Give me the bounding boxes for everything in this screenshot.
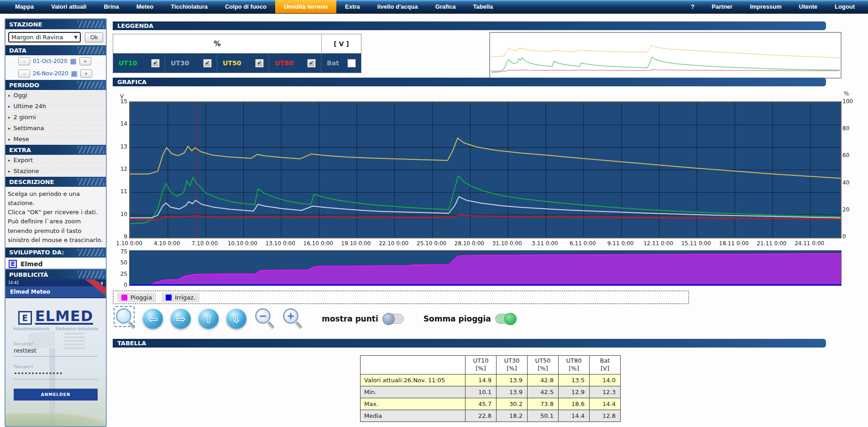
table-row: Min.10.113.942.512.912.3 <box>361 386 621 398</box>
station-select[interactable]: Margon di Ravina ▼ <box>8 32 81 42</box>
legend-cell-ut10: UT10✔ <box>113 53 165 73</box>
rain-sum-toggle[interactable] <box>495 314 517 324</box>
rain-axis-tick: 50 <box>113 259 127 266</box>
nav-item-ticchiolatura[interactable]: Ticchiolatura <box>162 0 216 13</box>
x-axis-tick: 6.11 0:00 <box>570 240 596 247</box>
station-row: Margon di Ravina ▼ Ok <box>5 29 106 45</box>
chart-control-buttons: ⇦⇨⇧⇩−+ <box>115 307 302 330</box>
nav-item-tabella[interactable]: Tabella <box>464 0 502 13</box>
nav-item-colpo-di-fuoco[interactable]: Colpo di fuoco <box>216 0 275 13</box>
stats-col-header: Bat[V] <box>590 356 621 374</box>
row-label: Valori attuali:26.Nov. 11:05 <box>361 374 465 386</box>
stats-table: UT10[%]UT30[%]UT50[%]UT80[%]Bat[V] Valor… <box>360 355 621 422</box>
period-section-header: PERIODO <box>5 80 106 90</box>
row-label: Min. <box>361 386 465 398</box>
legend-checkbox-bat[interactable] <box>348 59 356 67</box>
description-section-header: DESCRIZIONE <box>5 177 106 187</box>
description-section-title: DESCRIZIONE <box>9 179 54 185</box>
nav-item-partner[interactable]: Partner <box>703 0 742 13</box>
date-from-value[interactable]: 01-Oct-2020 <box>33 58 68 64</box>
period-item-ultime-24h[interactable]: ▸Ultime 24h <box>5 101 106 112</box>
legend-checkbox-ut50[interactable]: ✔ <box>256 59 263 67</box>
right-axis-tick: 100 <box>842 98 861 105</box>
legend-checkbox-ut30[interactable]: ✔ <box>204 59 211 67</box>
nav-item-mappa[interactable]: Mappa <box>6 0 42 13</box>
period-item-label: Mese <box>14 136 29 142</box>
ad-password-value: •••••••••••••• <box>14 369 98 380</box>
nav-item-umidit-terreno[interactable]: Umidità terreno <box>275 0 336 13</box>
show-points-toggle[interactable] <box>382 314 404 324</box>
extra-item-export[interactable]: ▸Export <box>5 155 106 166</box>
rain-sum-label: Somma pioggia <box>424 314 491 323</box>
show-points-row: mostra punti <box>322 314 404 324</box>
pan-right-button[interactable]: ⇨ <box>171 309 191 329</box>
period-item-2-giorni[interactable]: ▸2 giorni <box>5 112 106 123</box>
zoom-area-button[interactable] <box>115 307 135 330</box>
legend-checkbox-ut80[interactable]: ✔ <box>308 59 315 67</box>
row-value: 14.4 <box>590 398 621 410</box>
extra-item-stazione[interactable]: ▸Stazione <box>5 166 106 177</box>
nav-item-grafica[interactable]: Grafica <box>427 0 465 13</box>
left-axis-tick: 10 <box>113 211 127 217</box>
period-item-oggi[interactable]: ▸Oggi <box>5 90 106 101</box>
nav-item-meteo[interactable]: Meteo <box>128 0 162 13</box>
calendar-icon[interactable]: ▦ <box>70 58 77 65</box>
calendar-icon[interactable]: ▦ <box>71 70 78 77</box>
nav-item-extra[interactable]: Extra <box>336 0 369 13</box>
date-to-value[interactable]: 26-Nov-2020 <box>33 70 68 77</box>
developer-brand[interactable]: Elmed <box>21 260 42 268</box>
x-axis-tick: 1.10 0:00 <box>116 240 142 247</box>
legend-checkbox-ut10[interactable]: ✔ <box>152 59 159 67</box>
row-value: 14.9 <box>465 374 497 386</box>
nav-item-logout[interactable]: Logout <box>826 0 863 13</box>
triangle-bullet-icon: ▸ <box>8 104 10 109</box>
date-to-plus-button[interactable]: + <box>80 69 92 78</box>
nav-item-utente[interactable]: Utente <box>790 0 826 13</box>
nav-item-livello-d-acqua[interactable]: livello d'acqua <box>369 0 427 13</box>
header-stripes-decoration <box>78 271 104 278</box>
ad-logo-row: E ELMED <box>5 309 106 325</box>
rain-chart[interactable] <box>129 250 842 286</box>
pan-down-button[interactable]: ⇩ <box>226 309 246 329</box>
period-item-mese[interactable]: ▸Mese <box>5 134 106 145</box>
date-from-minus-button[interactable]: - <box>18 57 30 65</box>
pan-up-button[interactable]: ⇧ <box>199 309 219 329</box>
row-value: 50.1 <box>528 410 559 422</box>
nav-item-brina[interactable]: Brina <box>95 0 127 13</box>
magnifier-handle-icon <box>127 322 135 330</box>
pan-left-button[interactable]: ⇦ <box>143 309 163 329</box>
row-label: Max. <box>361 398 465 410</box>
show-points-label: mostra punti <box>322 314 378 323</box>
row-value: 10.1 <box>465 386 497 398</box>
mini-overview-chart <box>489 32 842 79</box>
developed-section-title: SVILUPPATO DA: <box>9 249 64 256</box>
extra-section-title: EXTRA <box>9 147 31 153</box>
zoom-in-button[interactable]: + <box>282 307 302 330</box>
legend-section-bar: LEGGENDA <box>113 21 826 30</box>
period-item-settimana[interactable]: ▸Settimana <box>5 123 106 134</box>
mini-chart-svg <box>491 34 840 77</box>
date-from-plus-button[interactable]: + <box>79 57 91 65</box>
nav-item-valori-attuali[interactable]: Valori attuali <box>42 0 95 13</box>
rain-chart-svg <box>130 251 841 285</box>
row-value: 42.5 <box>528 386 559 398</box>
date-to-minus-button[interactable]: - <box>18 69 30 78</box>
main-chart[interactable] <box>129 101 842 238</box>
stats-table-body: Valori attuali:26.Nov. 11:0514.913.942.8… <box>361 374 621 422</box>
row-value: 14.4 <box>559 410 590 422</box>
triangle-bullet-icon: ▸ <box>8 126 10 131</box>
arrow-down-icon: ⇩ <box>231 313 242 325</box>
zoom-out-button[interactable]: − <box>254 307 274 330</box>
row-value: 18.2 <box>497 410 528 422</box>
right-axis-tick: 40 <box>842 179 861 186</box>
x-axis-tick: 10.10 0:00 <box>228 240 257 247</box>
nav-item-impressum[interactable]: Impressum <box>741 0 790 13</box>
nav-item-help[interactable]: ? <box>682 0 703 13</box>
right-axis-unit: % <box>844 90 849 97</box>
table-row: Max.45.730.273.818.614.4 <box>361 398 621 410</box>
rain-legend-label: Pioggia <box>131 294 152 301</box>
ok-button[interactable]: Ok <box>85 32 103 42</box>
triangle-bullet-icon: ▸ <box>8 115 10 120</box>
chart-controls: ⇦⇨⇧⇩−+ mostra punti Somma pioggia <box>115 305 517 332</box>
ad-phone-screenshot[interactable]: 14:42 ▾ ◢ ▮ Elmed Meteo E ELMED Industri… <box>5 279 106 427</box>
